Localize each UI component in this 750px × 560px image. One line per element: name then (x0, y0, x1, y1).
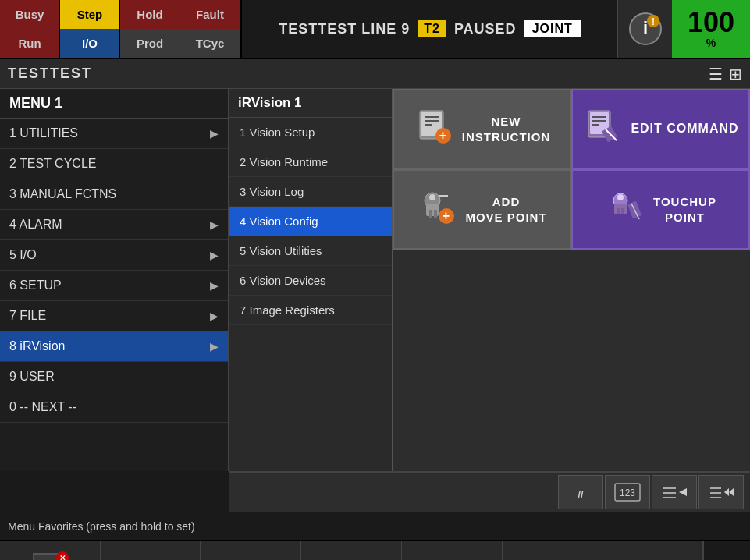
menu-item-io[interactable]: 5 I/O ▶ (0, 240, 228, 271)
menu-item-manual-fctns[interactable]: 3 MANUAL FCTNS (0, 179, 228, 210)
title-bar: TESTTEST ☰ ⊞ (0, 59, 750, 89)
menu-item-utilities[interactable]: 1 UTILITIES ▶ (0, 119, 228, 149)
status-center: TESTTEST LINE 9 T2 PAUSED JOINT (242, 0, 617, 58)
red-x-badge: ✕ (56, 551, 69, 560)
line-name: TESTTEST LINE 9 (279, 21, 410, 37)
status-text: Menu Favorites (press and hold to set) (8, 520, 195, 533)
touchup-point-label: TOUCHUPPOINT (653, 194, 716, 225)
func-button-5[interactable] (402, 541, 503, 560)
toolbar-func2-button[interactable] (698, 475, 744, 509)
sub-item-vision-log[interactable]: 3 Vision Log (229, 177, 392, 207)
toolbar-comment-button[interactable]: // (558, 475, 603, 509)
edit-command-icon (582, 106, 621, 152)
grid-icon[interactable]: ⊞ (729, 65, 742, 83)
svg-text://: // (578, 488, 584, 500)
arrow-icon: ▶ (210, 279, 219, 292)
sub-item-vision-config[interactable]: 4 Vision Config (229, 207, 392, 236)
func-button-1[interactable]: ✕ (0, 541, 101, 560)
arrow-icon: ▶ (210, 127, 219, 140)
top-right-controls: i ! 100 % (617, 0, 750, 58)
func-button-2[interactable] (101, 541, 201, 560)
main-content: MENU 1 1 UTILITIES ▶ 2 TEST CYCLE 3 MANU… (0, 89, 750, 471)
joint-badge: JOINT (524, 20, 581, 37)
menu-item-user[interactable]: 9 USER (0, 362, 228, 392)
io-button[interactable]: I/O (60, 29, 120, 58)
nav-right-button[interactable]: › (703, 541, 750, 560)
touchup-point-icon (605, 186, 644, 232)
run-button[interactable]: Run (0, 29, 60, 58)
arrow-icon: ▶ (210, 249, 219, 261)
arrow-icon: ▶ (210, 218, 219, 231)
func-icon-1: ✕ (33, 553, 67, 560)
left-menu: MENU 1 1 UTILITIES ▶ 2 TEST CYCLE 3 MANU… (0, 89, 229, 471)
menu-item-test-cycle[interactable]: 2 TEST CYCLE (0, 149, 228, 179)
toolbar-numbers-button[interactable]: 123 (605, 475, 650, 509)
t2-badge: T2 (418, 20, 446, 37)
sub-menu: iRVision 1 1 Vision Setup 2 Vision Runti… (229, 89, 393, 471)
svg-point-27 (617, 194, 624, 200)
percent-display: 100 % (672, 0, 750, 58)
bottom-toolbar: // 123 (229, 471, 750, 512)
svg-rect-28 (614, 204, 627, 214)
svg-text:!: ! (652, 16, 655, 27)
percent-value: 100 (688, 9, 734, 37)
arrow-icon: ▶ (210, 340, 219, 353)
fault-button[interactable]: Fault (180, 0, 240, 29)
svg-rect-29 (617, 208, 620, 214)
svg-point-19 (429, 194, 435, 200)
alert-icon[interactable]: i ! (617, 0, 672, 58)
step-button[interactable]: Step (60, 0, 120, 29)
right-panel: + NEWINSTRUCTION EDIT COMMAND (393, 89, 750, 471)
sub-item-vision-utilities[interactable]: 5 Vision Utilities (229, 236, 392, 266)
func-button-7[interactable]: CSDN @Zhang Harry (602, 541, 703, 560)
sub-item-vision-setup[interactable]: 1 Vision Setup (229, 118, 392, 147)
tcyc-button[interactable]: TCyc (180, 29, 240, 58)
edit-command-button[interactable]: EDIT COMMAND (571, 89, 750, 169)
paused-status: PAUSED (454, 21, 517, 37)
sub-item-vision-runtime[interactable]: 2 Vision Runtime (229, 147, 392, 177)
sub-item-vision-devices[interactable]: 6 Vision Devices (229, 266, 392, 296)
add-move-point-icon: + (417, 186, 456, 232)
svg-marker-39 (679, 488, 687, 496)
svg-rect-30 (621, 208, 624, 214)
svg-marker-44 (729, 488, 734, 496)
func-button-6[interactable] (503, 541, 603, 560)
new-instruction-label: NEWINSTRUCTION (462, 114, 551, 144)
svg-text:+: + (443, 209, 450, 222)
sub-item-image-registers[interactable]: 7 Image Registers (229, 296, 392, 325)
func-button-3[interactable] (201, 541, 301, 560)
status-bar: Menu Favorites (press and hold to set) (0, 512, 750, 540)
busy-button[interactable]: Busy (0, 0, 60, 29)
arrow-icon: ▶ (210, 310, 219, 322)
menu-header: MENU 1 (0, 89, 228, 119)
svg-rect-21 (429, 210, 432, 218)
hold-button[interactable]: Hold (120, 0, 180, 29)
menu-item-irvision[interactable]: 8 iRVision ▶ (0, 331, 228, 362)
prod-button[interactable]: Prod (120, 29, 180, 58)
new-instruction-button[interactable]: + NEWINSTRUCTION (393, 89, 571, 169)
new-instruction-icon: + (414, 106, 453, 152)
svg-text:123: 123 (620, 487, 635, 498)
page-title: TESTTEST (8, 66, 92, 82)
hamburger-icon[interactable]: ☰ (709, 65, 723, 83)
menu-item-next[interactable]: 0 -- NEXT -- (0, 392, 228, 423)
toolbar-func1-button[interactable] (652, 475, 697, 509)
svg-text:+: + (439, 129, 447, 142)
menu-item-alarm[interactable]: 4 ALARM ▶ (0, 210, 228, 240)
svg-marker-43 (724, 488, 729, 496)
edit-command-label: EDIT COMMAND (631, 121, 738, 137)
func-bar: ✕ CSDN @Zhang Harry › (0, 540, 750, 560)
menu-item-file[interactable]: 7 FILE ▶ (0, 301, 228, 331)
sub-menu-header: iRVision 1 (229, 89, 392, 118)
svg-rect-22 (434, 210, 437, 218)
percent-unit: % (706, 37, 716, 49)
menu-item-setup[interactable]: 6 SETUP ▶ (0, 271, 228, 301)
add-move-point-button[interactable]: + ADDMOVE POINT (393, 169, 571, 250)
status-buttons: Busy Step Hold Fault Run I/O Prod TCyc (0, 0, 242, 58)
right-panel-empty (393, 250, 750, 406)
add-move-point-label: ADDMOVE POINT (465, 194, 546, 225)
func-button-4[interactable] (301, 541, 402, 560)
top-status-bar: Busy Step Hold Fault Run I/O Prod TCyc T… (0, 0, 750, 59)
touchup-point-button[interactable]: TOUCHUPPOINT (571, 169, 750, 250)
title-icons: ☰ ⊞ (709, 65, 742, 83)
